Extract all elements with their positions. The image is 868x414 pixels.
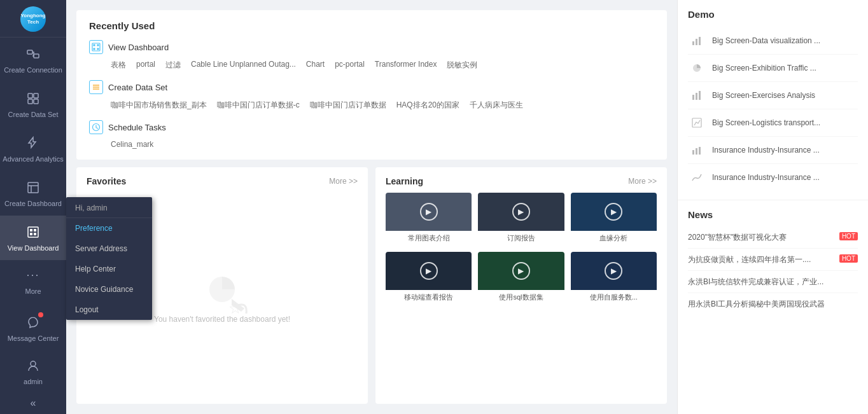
list-item[interactable]: 过滤	[163, 59, 183, 71]
sidebar: YonghongTech Create Connection Create Da…	[0, 0, 66, 414]
list-item[interactable]: 脱敏实例	[444, 59, 480, 71]
list-item[interactable]: Transformer Index	[372, 59, 440, 71]
sidebar-item-create-data-set[interactable]: Create Data Set	[0, 82, 66, 127]
demo-item-3[interactable]: Big Screen-Exercises Analysis	[688, 82, 858, 109]
dropdown-item-help-center[interactable]: Help Center	[66, 259, 152, 279]
news-item-4[interactable]: 用永洪BI工具分析揭秘中美两国现役武器	[688, 293, 858, 315]
sidebar-logo: YonghongTech	[0, 0, 66, 38]
favorites-more-link[interactable]: More >>	[329, 177, 358, 186]
demo-item-2[interactable]: Big Screen-Exhibition Traffic ...	[688, 55, 858, 82]
list-item[interactable]: 咖啡中国门店订单数据	[307, 99, 389, 111]
play-button[interactable]: ▶	[512, 262, 530, 280]
learning-card-3[interactable]: ▶ 血缘分析	[571, 193, 657, 245]
content-area: Recently Used View Dashboard 表格 portal 过…	[66, 0, 868, 414]
play-button[interactable]: ▶	[605, 262, 622, 280]
svg-rect-5	[34, 99, 38, 104]
sidebar-item-label: Message Center	[8, 334, 59, 343]
play-button[interactable]: ▶	[420, 203, 438, 221]
sidebar-item-label: Create Connection	[4, 66, 62, 74]
learning-card-1[interactable]: ▶ 常用图表介绍	[386, 193, 472, 245]
sidebar-item-more[interactable]: ··· More	[0, 260, 66, 302]
play-button[interactable]: ▶	[420, 262, 438, 280]
news-item-2[interactable]: 为抗疫做贡献，连续四年排名第一.... HOT	[688, 249, 858, 271]
dropdown-item-server-address[interactable]: Server Address	[66, 238, 152, 259]
svg-rect-6	[28, 183, 38, 193]
schedule-tasks-tags: Celina_mark	[89, 139, 654, 149]
list-item[interactable]: portal	[134, 59, 158, 71]
recent-group-title: Schedule Tasks	[108, 123, 166, 132]
news-item-text: 为抗疫做贡献，连续四年排名第一....	[688, 254, 834, 265]
sidebar-item-view-dashboard[interactable]: View Dashboard	[0, 216, 66, 260]
learning-panel-header: Learning More >>	[386, 176, 657, 186]
create-dataset-tags: 咖啡中国市场销售数据_副本 咖啡中国门店订单数据-c 咖啡中国门店订单数据 HA…	[89, 99, 654, 111]
message-center-icon	[24, 314, 42, 331]
sidebar-collapse-button[interactable]: «	[0, 392, 66, 414]
sidebar-item-label: admin	[24, 377, 43, 386]
svg-rect-10	[30, 233, 32, 235]
news-section: News 2020"智慧杯"数据可视化大赛 HOT 为抗疫做贡献，连续四年排名第…	[678, 200, 868, 414]
learning-title: Learning	[386, 176, 423, 186]
list-item[interactable]: 千人病床与医生	[467, 99, 526, 111]
play-button[interactable]: ▶	[605, 203, 622, 221]
recent-group-header: Schedule Tasks	[89, 120, 654, 134]
list-item[interactable]: Celina_mark	[108, 139, 156, 149]
demo-item-6[interactable]: Insurance Industry-Insurance ...	[688, 164, 858, 191]
recent-group-title: Create Data Set	[108, 83, 167, 92]
sidebar-item-advanced-analytics[interactable]: Advanced Analytics	[0, 127, 66, 171]
svg-rect-3	[34, 93, 38, 98]
sidebar-item-create-dashboard[interactable]: Create Dashboard	[0, 171, 66, 216]
learning-card-2[interactable]: ▶ 订阅报告	[478, 193, 564, 245]
demo-item-1[interactable]: Big Screen-Data visualization ...	[688, 27, 858, 55]
recent-group-title: View Dashboard	[108, 43, 169, 52]
create-connection-icon	[24, 45, 42, 63]
demo-item-4[interactable]: Big Screen-Logistics transport...	[688, 109, 858, 137]
list-item[interactable]: pc-portal	[332, 59, 367, 71]
learning-card-6[interactable]: ▶ 使用自服务数...	[571, 252, 657, 305]
logo-image: YonghongTech	[20, 6, 46, 32]
dropdown-item-logout[interactable]: Logout	[66, 300, 152, 320]
view-dashboard-group-icon	[89, 40, 103, 54]
svg-rect-9	[34, 229, 36, 231]
list-item[interactable]: Chart	[304, 59, 327, 71]
advanced-analytics-icon	[24, 134, 42, 152]
sidebar-item-label: Create Dashboard	[4, 199, 62, 208]
sidebar-item-message-center[interactable]: Message Center	[0, 306, 66, 350]
demo-item-label: Big Screen-Exercises Analysis	[712, 91, 858, 100]
svg-rect-17	[97, 48, 99, 50]
dropdown-item-preference[interactable]: Preference	[66, 218, 152, 238]
demo-item-label: Big Screen-Exhibition Traffic ...	[712, 64, 858, 72]
recently-used-section: Recently Used View Dashboard 表格 portal 过…	[76, 10, 667, 160]
recent-group-schedule-tasks: Schedule Tasks Celina_mark	[89, 120, 654, 149]
svg-rect-0	[27, 50, 32, 54]
demo-bar3-icon	[688, 141, 706, 159]
list-item[interactable]: 咖啡中国市场销售数据_副本	[108, 99, 209, 111]
svg-text:☆: ☆	[228, 300, 242, 315]
list-item[interactable]: 咖啡中国门店订单数据-c	[214, 99, 302, 111]
news-item-3[interactable]: 永洪BI与统信软件完成兼容认证，产业...	[688, 271, 858, 293]
list-item[interactable]: 表格	[108, 59, 129, 71]
learning-card-label: 常用图表介绍	[386, 231, 472, 245]
learning-card-5[interactable]: ▶ 使用sql数据集	[478, 252, 564, 305]
learning-more-link[interactable]: More >>	[628, 177, 657, 186]
list-item[interactable]: HAQ排名20的国家	[394, 99, 462, 111]
demo-item-label: Insurance Industry-Insurance ...	[712, 173, 858, 182]
news-item-text: 用永洪BI工具分析揭秘中美两国现役武器	[688, 298, 858, 310]
demo-item-5[interactable]: Insurance Industry-Insurance ...	[688, 137, 858, 164]
sidebar-item-create-connection[interactable]: Create Connection	[0, 38, 66, 82]
list-item[interactable]: Cable Line Unplanned Outag...	[188, 59, 298, 71]
learning-grid: ▶ 常用图表介绍 ▶ 订阅报告 ▶	[386, 193, 657, 305]
main-content: Recently Used View Dashboard 表格 portal 过…	[66, 0, 868, 414]
user-dropdown-menu: Hi, admin Preference Server Address Help…	[66, 197, 152, 320]
demo-line-icon	[688, 169, 706, 186]
svg-rect-24	[692, 41, 694, 45]
play-button[interactable]: ▶	[512, 203, 530, 221]
recently-used-title: Recently Used	[89, 20, 654, 31]
dropdown-item-novice-guidance[interactable]: Novice Guidance	[66, 279, 152, 300]
learning-panel: Learning More >> ▶ 常用图表介绍 ▶	[375, 167, 667, 404]
bottom-row: Favorites More >> ☆	[76, 167, 667, 404]
learning-card-label: 使用sql数据集	[478, 290, 564, 305]
sidebar-item-admin[interactable]: admin	[0, 350, 66, 392]
favorites-title: Favorites	[87, 176, 126, 186]
learning-card-4[interactable]: ▶ 移动端查看报告	[386, 252, 472, 305]
news-item-1[interactable]: 2020"智慧杯"数据可视化大赛 HOT	[688, 226, 858, 249]
